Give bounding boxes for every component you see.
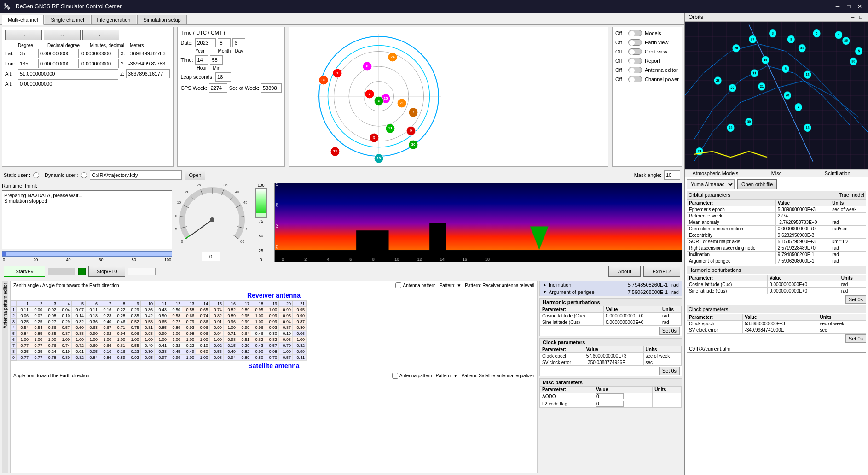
arrow-left-button[interactable]: ←: [82, 30, 119, 40]
open-orbit-file-button[interactable]: Open orbit file: [737, 179, 777, 189]
gauge-canvas: [175, 183, 247, 257]
off-orbit: Off: [615, 49, 625, 54]
channel-power-label: Channel power: [645, 76, 679, 82]
clock2-title: Clock parameters: [687, 305, 866, 313]
tab-filegeneration[interactable]: File generation: [91, 15, 137, 24]
month-input[interactable]: [218, 38, 231, 47]
alm-path-input[interactable]: [687, 345, 866, 353]
lat-label: Lat:: [5, 51, 17, 56]
alt1-label: Alt:: [5, 71, 17, 76]
zenith-angle-label: Zenith angle / ANgle from toward the Ear…: [13, 283, 392, 288]
tab-singlechannel[interactable]: Single channel: [45, 15, 90, 24]
lat-x-input[interactable]: [127, 49, 170, 58]
tab-multichannel[interactable]: Multi-channel: [2, 15, 44, 25]
l2code-input[interactable]: [596, 401, 624, 407]
minimize-button[interactable]: ─: [833, 2, 842, 11]
atm-models-tab[interactable]: Atmospheric Models: [685, 170, 746, 177]
orbital-params2-model: True model: [839, 192, 864, 198]
start-button[interactable]: Start/F9: [4, 266, 45, 277]
status-indicator: [78, 268, 86, 275]
antenna-editor-toggle[interactable]: [628, 67, 642, 73]
day-input[interactable]: [232, 38, 245, 47]
argument-perigee-param: Argument of perigee: [549, 289, 595, 295]
lon-decimal-input[interactable]: [38, 59, 79, 68]
static-user-radio[interactable]: [33, 172, 39, 178]
alt2-input[interactable]: [18, 79, 118, 88]
harmonic-set-btn[interactable]: Set 0s: [659, 327, 680, 335]
min-input[interactable]: [210, 55, 223, 65]
window-controls: ─ □ ✕: [833, 2, 864, 11]
gauge-value-input[interactable]: [202, 252, 220, 261]
receiver-antenna-title: Reveiver antenna: [11, 290, 537, 300]
header-mindec: Minutes, decimal: [90, 43, 129, 48]
hour-input[interactable]: [195, 55, 208, 65]
lat-deg-input[interactable]: [18, 49, 37, 58]
leap-input[interactable]: [215, 72, 231, 82]
lon-deg-input[interactable]: [18, 59, 37, 68]
alt1-z-input[interactable]: [126, 69, 170, 78]
report-label: Report: [645, 58, 660, 64]
inclination-param: Inclination: [549, 282, 572, 287]
arrow-right-button[interactable]: →: [5, 30, 42, 40]
alt1-input[interactable]: [18, 69, 118, 78]
off-antenna: Off: [615, 67, 625, 73]
aodo-input[interactable]: [596, 393, 624, 399]
lat-decimal-input[interactable]: [38, 49, 79, 58]
antenna-pattern-checkbox-s[interactable]: Antenna pattern: [392, 373, 432, 379]
app-title: ReGen GNSS RF Simulator Control Center: [16, 3, 829, 10]
open-trajectory-button[interactable]: Open: [185, 170, 205, 180]
report-toggle[interactable]: [628, 58, 642, 64]
hour-label: Hour: [195, 65, 208, 70]
lon-label: Lon:: [5, 61, 17, 66]
scintillation-tab[interactable]: Scintillation: [807, 170, 868, 177]
leap-label: Leap seconds:: [180, 74, 214, 80]
gps-week-input[interactable]: [209, 83, 227, 93]
almanac-dropdown[interactable]: Yuma Almanac: [687, 179, 735, 189]
sky-view-canvas: [289, 27, 469, 165]
earth-view-toggle[interactable]: [628, 39, 642, 46]
satellite-antenna-title: Satellite antenna: [11, 361, 537, 371]
elevation-chart-container: [274, 183, 682, 262]
exit-button[interactable]: Exit/F12: [643, 266, 680, 277]
clock-set-btn[interactable]: Set 0s: [659, 367, 680, 375]
lon-y-input[interactable]: [127, 59, 170, 68]
dynamic-user-radio[interactable]: [81, 172, 87, 178]
lon-mindec-input[interactable]: [80, 59, 119, 68]
angle-from-earth-label: Angle from toward the Earth direction: [13, 373, 388, 378]
orbits-map-canvas: [685, 22, 868, 169]
harmonic2-set-btn[interactable]: Set 0s: [845, 295, 866, 304]
sec-week-input[interactable]: [261, 83, 282, 93]
stop-button[interactable]: Stop/F10: [88, 266, 125, 277]
clock2-set-btn[interactable]: Set 0s: [845, 334, 866, 343]
header-degree: Degree: [18, 43, 46, 48]
maximize-button[interactable]: □: [844, 2, 853, 11]
about-button[interactable]: About: [608, 266, 641, 277]
gps-week-label: GPS Week:: [180, 85, 207, 91]
orbit-view-toggle[interactable]: [628, 48, 642, 55]
lat-mindec-input[interactable]: [80, 49, 119, 58]
trajectory-path-input[interactable]: [90, 170, 182, 180]
dynamic-user-label: Dynamic user :: [45, 172, 78, 178]
close-button[interactable]: ✕: [855, 2, 864, 11]
date-label: Date:: [180, 40, 193, 46]
orbits-title: Orbits: [689, 14, 703, 20]
tab-bar: Multi-channel Single channel File genera…: [0, 13, 684, 25]
time-title: Time ( UTC / GMT ):: [180, 30, 281, 35]
title-bar: 🛰 ReGen GNSS RF Simulator Control Center…: [0, 0, 868, 13]
year-input[interactable]: [195, 38, 216, 47]
tab-simulationsetup[interactable]: Simulation setup: [137, 15, 186, 24]
elevation-canvas: [275, 183, 682, 262]
mask-angle-input[interactable]: [664, 170, 680, 180]
channel-power-toggle[interactable]: [628, 76, 642, 82]
arrow-both-button[interactable]: ↔: [44, 30, 81, 40]
header-decimal: Decimal degree: [47, 43, 89, 48]
clock-title: Clock parameters: [540, 339, 682, 346]
sec-week-label: Sec of Week:: [229, 85, 259, 91]
orbits-maximize[interactable]: □: [857, 14, 864, 20]
models-toggle[interactable]: [628, 30, 642, 36]
misc-tab[interactable]: Misc: [746, 170, 807, 177]
pattern-label-r: Pattern: Receiver antenna :elevati: [465, 283, 534, 288]
orbits-minimize[interactable]: ─: [849, 14, 856, 20]
antenna-pattern-checkbox-r[interactable]: Antenna pattern: [395, 282, 435, 288]
orbit-view-label: Orbit view: [645, 49, 667, 54]
